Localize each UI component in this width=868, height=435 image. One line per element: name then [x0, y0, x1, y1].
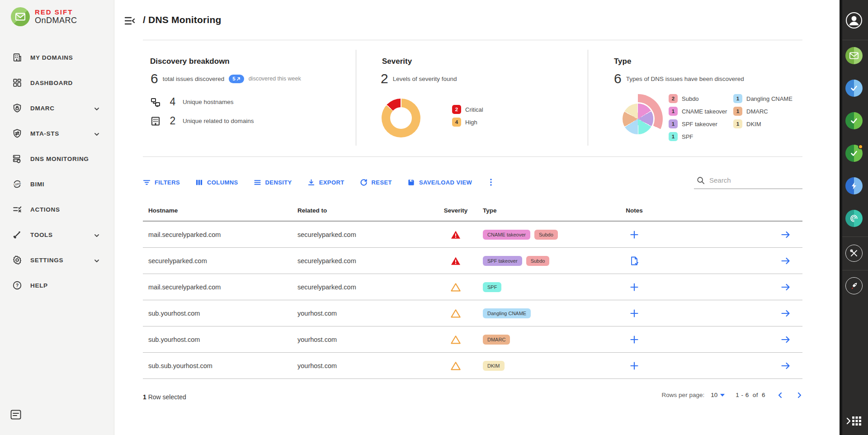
rows-per-page-select[interactable]: 10: [711, 392, 725, 398]
table-row[interactable]: sub.yourhost.comyourhost.comDangling CNA…: [143, 300, 802, 326]
sidebar-item-settings[interactable]: SETTINGS: [0, 247, 114, 273]
toolbar-button-columns[interactable]: COLUMNS: [195, 179, 238, 186]
account-icon[interactable]: [845, 12, 863, 29]
chevron-down-icon: [94, 257, 99, 263]
row-arrow-icon[interactable]: [781, 231, 791, 239]
add-note-plus-icon[interactable]: [629, 361, 639, 371]
sidebar-item-mta-sts[interactable]: MTA-STS: [0, 121, 114, 146]
toolbar-button-reset[interactable]: RESET: [360, 179, 392, 186]
toolbar-button-label: RESET: [372, 179, 392, 186]
table-row[interactable]: mail.securelyparked.comsecurelyparked.co…: [143, 274, 802, 300]
sidebar-collapse-icon[interactable]: [124, 16, 135, 25]
row-arrow-icon[interactable]: [781, 257, 791, 265]
toolbar-button-label: DENSITY: [265, 179, 292, 186]
sidebar-item-dmarc[interactable]: DMARC: [0, 95, 114, 121]
table-row[interactable]: sub.yourhost.comyourhost.comDMARC: [143, 326, 802, 353]
add-note-plus-icon[interactable]: [629, 230, 639, 240]
sidebar-item-help[interactable]: ?HELP: [0, 273, 114, 298]
app-radar-teal-icon[interactable]: [845, 210, 863, 227]
type-chip-subdo: Subdo: [526, 256, 550, 266]
toolbar-button-density[interactable]: DENSITY: [254, 179, 292, 186]
app-check-green-notif-icon[interactable]: [845, 145, 863, 162]
apps-grid-icon[interactable]: [846, 415, 862, 427]
sidebar-item-bimi[interactable]: LOGOBIMI: [0, 171, 114, 197]
cell-related-to: yourhost.com: [297, 310, 438, 317]
search-input[interactable]: [709, 176, 795, 186]
rocket-circle-icon[interactable]: [845, 277, 863, 294]
legend-label: CNAME takeover: [682, 108, 727, 115]
rail-divider: [842, 40, 868, 40]
more-vertical-icon[interactable]: [487, 178, 495, 186]
critical-severity-icon: [451, 256, 461, 265]
sidebar-item-label: DASHBOARD: [30, 80, 73, 86]
row-arrow-icon[interactable]: [781, 283, 791, 291]
severity-legend: 2Critical4High: [452, 105, 483, 127]
legend-item-subdo: 2Subdo: [669, 94, 727, 103]
mta-sts-shield-icon: [12, 128, 23, 139]
cell-severity: [438, 309, 474, 318]
add-note-plus-icon[interactable]: [629, 282, 639, 292]
app-bolt-blue-icon[interactable]: [845, 177, 863, 194]
toolbar-button-save-load-view[interactable]: SAVE/LOAD VIEW: [407, 179, 472, 186]
tools-icon: [12, 229, 23, 240]
cell-hostname: sub.yourhost.com: [143, 336, 297, 343]
save-view-icon: [407, 179, 415, 186]
app-ondmarc-icon[interactable]: [845, 47, 863, 64]
sidebar-item-actions[interactable]: ACTIONS: [0, 197, 114, 222]
previous-page-icon[interactable]: [777, 392, 783, 398]
app-check-green-icon[interactable]: [845, 112, 863, 129]
rows-selected-label: 1 Row selected: [143, 393, 186, 401]
domains-building-icon: [150, 116, 161, 127]
column-header-type: Type: [474, 207, 609, 214]
cell-severity: [438, 256, 474, 265]
column-header-notes: Notes: [609, 207, 659, 214]
next-page-icon[interactable]: [796, 392, 802, 398]
legend-label: DKIM: [746, 121, 761, 128]
sidebar-item-tools[interactable]: TOOLS: [0, 222, 114, 247]
note-added-icon[interactable]: [629, 256, 639, 266]
chevron-down-icon: [94, 131, 99, 136]
row-arrow-icon[interactable]: [781, 309, 791, 317]
row-arrow-icon[interactable]: [781, 336, 791, 344]
hostnames-icon: [150, 97, 161, 108]
app-check-blue-icon[interactable]: [845, 80, 863, 97]
add-note-plus-icon[interactable]: [629, 335, 639, 345]
type-chip-spf-takeover: SPF takeover: [483, 256, 522, 266]
brand-line1: RED SIFT: [35, 8, 77, 16]
sidebar-item-dashboard[interactable]: DASHBOARD: [0, 70, 114, 95]
sidebar-item-label: MTA-STS: [30, 130, 59, 137]
toolbar-button-label: SAVE/LOAD VIEW: [419, 179, 472, 186]
header-divider: [143, 40, 802, 40]
discovery-card-title: Discovery breakdown: [150, 57, 230, 66]
legend-count-badge: 2: [452, 105, 461, 114]
toolbar-button-export[interactable]: EXPORT: [307, 179, 344, 186]
stat-label: Unique hostnames: [183, 99, 234, 105]
toolbar-button-label: EXPORT: [319, 179, 344, 186]
my-domains-icon: [12, 52, 23, 63]
sidebar-item-dns-monitoring[interactable]: DNS MONITORING: [0, 146, 114, 171]
toolbar-button-filters[interactable]: FILTERS: [143, 179, 180, 186]
chat-widget-icon[interactable]: [10, 410, 21, 420]
export-download-icon: [307, 179, 315, 186]
tools-circle-icon[interactable]: [845, 245, 863, 262]
table-row[interactable]: mail.securelyparked.comsecurelyparked.co…: [143, 222, 802, 248]
total-issues-count: 6: [151, 71, 158, 86]
add-note-plus-icon[interactable]: [629, 308, 639, 318]
legend-count-badge: 1: [669, 132, 678, 141]
type-legend-column-2: 1Dangling CNAME1DMARC1DKIM: [733, 94, 793, 128]
cell-severity: [438, 335, 474, 344]
row-arrow-icon[interactable]: [781, 362, 791, 370]
cell-related-to: securelyparked.com: [297, 284, 438, 291]
cell-open: [659, 231, 802, 239]
table-row[interactable]: sub.sub.yourhost.comyourhost.comDKIM: [143, 353, 802, 379]
card-divider: [356, 50, 356, 146]
table-row[interactable]: securelyparked.comsecurelyparked.comSPF …: [143, 248, 802, 274]
legend-count-badge: 2: [669, 94, 678, 103]
discovery-stat-unique-related-to-domains: 2Unique related to domains: [150, 115, 254, 127]
sidebar-item-my-domains[interactable]: MY DOMAINS: [0, 45, 114, 70]
toolbar-button-label: COLUMNS: [207, 179, 238, 186]
ondmarc-logo-icon: [11, 7, 30, 26]
reset-refresh-icon: [360, 179, 368, 186]
severity-donut-chart: [382, 99, 420, 137]
actions-checklist-icon: [12, 204, 23, 215]
